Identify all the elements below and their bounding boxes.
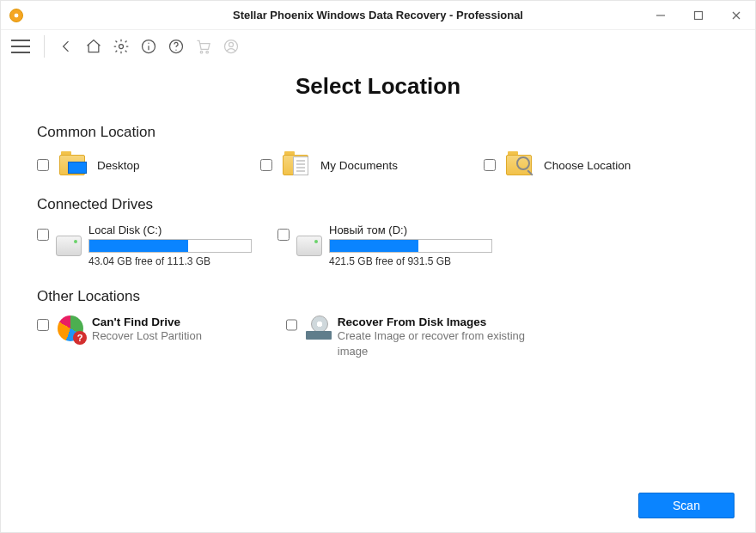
page-title: Select Location (37, 73, 719, 100)
drives-row: Local Disk (C:) 43.04 GB free of 111.3 G… (37, 224, 719, 267)
help-button[interactable] (165, 35, 187, 58)
drive-name: Local Disk (C:) (88, 224, 260, 236)
app-window: Stellar Phoenix Windows Data Recovery - … (0, 0, 756, 533)
checkbox-recover-disk-images[interactable] (286, 319, 297, 331)
title-bar: Stellar Phoenix Windows Data Recovery - … (1, 1, 755, 30)
other-locations-row: ? Can't Find Drive Recover Lost Partitio… (37, 316, 719, 358)
checkbox-cant-find-drive[interactable] (37, 319, 49, 331)
section-other-title: Other Locations (37, 288, 719, 305)
checkbox-my-documents[interactable] (260, 159, 272, 171)
svg-point-4 (119, 45, 124, 49)
option-recover-disk-images[interactable]: Recover From Disk Images Create Image or… (286, 316, 535, 358)
desktop-folder-icon (58, 151, 88, 179)
window-controls (642, 1, 755, 30)
drive-usage-fill (330, 240, 418, 252)
choose-location-folder-icon (504, 151, 535, 179)
label-my-documents: My Documents (320, 159, 398, 172)
other-item-title: Recover From Disk Images (338, 316, 535, 328)
option-choose-location[interactable]: Choose Location (484, 151, 707, 179)
drive-free-text: 421.5 GB free of 931.5 GB (329, 255, 501, 267)
checkbox-desktop[interactable] (37, 159, 49, 171)
drive-name: Новый том (D:) (329, 224, 501, 236)
content-area: Select Location Common Location Desktop … (1, 63, 755, 479)
documents-folder-icon (281, 151, 312, 179)
hard-drive-icon (56, 236, 82, 256)
maximize-button[interactable] (680, 1, 717, 30)
checkbox-drive-d[interactable] (277, 229, 290, 241)
minimize-button[interactable] (642, 1, 680, 30)
toolbar (1, 30, 755, 63)
disk-image-icon (306, 316, 329, 340)
other-item-title: Can't Find Drive (92, 316, 202, 328)
home-button[interactable] (82, 35, 105, 58)
option-cant-find-drive[interactable]: ? Can't Find Drive Recover Lost Partitio… (37, 316, 286, 358)
svg-rect-1 (695, 11, 703, 19)
scan-button[interactable]: Scan (638, 493, 735, 518)
user-button[interactable] (220, 35, 242, 58)
back-button[interactable] (55, 35, 77, 58)
info-button[interactable] (137, 35, 160, 58)
checkbox-drive-c[interactable] (37, 229, 49, 241)
drive-usage-fill (89, 240, 188, 252)
drive-usage-bar (329, 239, 492, 253)
other-item-subtitle: Recover Lost Partition (92, 328, 202, 344)
drive-free-text: 43.04 GB free of 111.3 GB (88, 255, 260, 267)
label-choose-location: Choose Location (544, 159, 631, 172)
svg-point-9 (175, 50, 176, 51)
drive-item-c[interactable]: Local Disk (C:) 43.04 GB free of 111.3 G… (37, 224, 260, 267)
section-common-title: Common Location (37, 124, 719, 141)
svg-point-7 (148, 43, 149, 44)
svg-point-10 (200, 51, 203, 52)
option-desktop[interactable]: Desktop (37, 151, 260, 179)
label-desktop: Desktop (97, 159, 140, 172)
pie-chart-icon: ? (58, 316, 83, 341)
other-item-subtitle: Create Image or recover from existing im… (338, 328, 535, 358)
toolbar-separator (44, 35, 45, 58)
svg-point-13 (229, 42, 234, 46)
section-drives-title: Connected Drives (37, 196, 719, 213)
drive-usage-bar (88, 239, 252, 253)
option-my-documents[interactable]: My Documents (260, 151, 484, 179)
hard-drive-icon (296, 236, 322, 256)
drive-item-d[interactable]: Новый том (D:) 421.5 GB free of 931.5 GB (277, 224, 501, 267)
question-badge-icon: ? (73, 331, 87, 345)
app-logo-icon (9, 9, 23, 22)
settings-button[interactable] (110, 35, 132, 58)
checkbox-choose-location[interactable] (484, 159, 496, 171)
footer: Scan (1, 479, 755, 532)
cart-button[interactable] (192, 35, 215, 58)
common-locations-row: Desktop My Documents Choose Location (37, 151, 719, 179)
svg-point-11 (206, 51, 209, 52)
menu-button[interactable] (9, 37, 34, 56)
close-button[interactable] (717, 1, 755, 30)
